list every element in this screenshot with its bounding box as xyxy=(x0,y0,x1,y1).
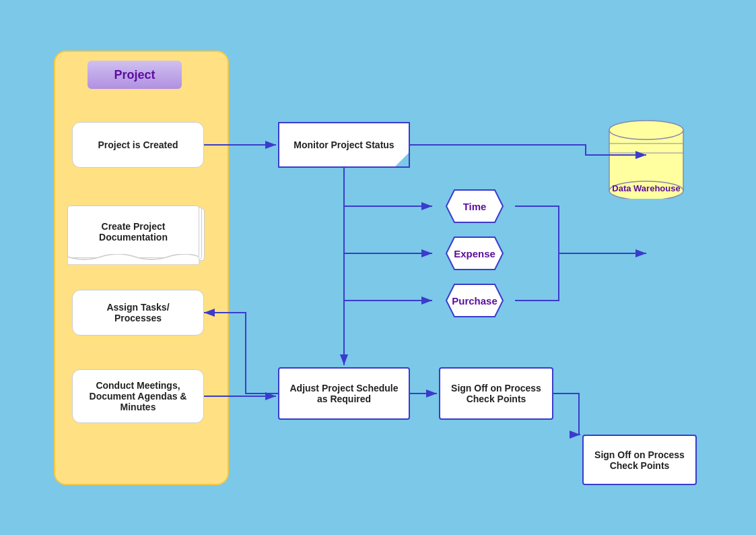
assign-tasks-box: Assign Tasks/Processes xyxy=(72,290,204,336)
purchase-hexagon: Purchase xyxy=(434,282,515,319)
monitor-status-box: Monitor Project Status xyxy=(278,122,410,168)
expense-hexagon: Expense xyxy=(434,234,515,272)
create-doc-box: Create ProjectDocumentation xyxy=(67,206,209,266)
project-created-box: Project is Created xyxy=(72,122,204,168)
fold-corner xyxy=(395,153,409,166)
adjust-schedule-box: Adjust Project Scheduleas Required xyxy=(278,367,410,420)
conduct-meetings-box: Conduct Meetings,Document Agendas &Minut… xyxy=(72,369,204,423)
signoff2-box: Sign Off on ProcessCheck Points xyxy=(582,435,697,485)
warehouse-label: Data Warehouse xyxy=(606,183,687,193)
signoff1-box: Sign Off on ProcessCheck Points xyxy=(439,367,553,420)
swimlane-title: Project xyxy=(88,61,182,89)
svg-point-5 xyxy=(609,121,683,139)
data-warehouse-cylinder: Data Warehouse xyxy=(606,111,687,199)
time-hexagon: Time xyxy=(434,187,515,225)
